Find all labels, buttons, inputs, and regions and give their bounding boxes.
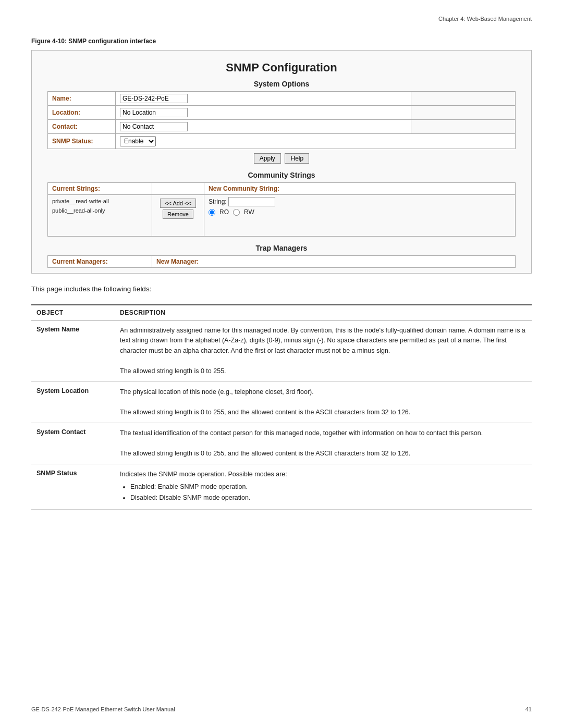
contact-empty	[411, 120, 516, 134]
desc-part-1: An administratively assigned name for th…	[120, 327, 525, 354]
location-label: Location:	[48, 106, 116, 120]
apply-row: Apply Help	[47, 153, 516, 164]
community-table: Current Strings: New Community String: p…	[47, 182, 516, 237]
location-input[interactable]	[120, 108, 188, 117]
object-system-location: System Location	[31, 381, 115, 423]
footer-left: GE-DS-242-PoE Managed Ethernet Switch Us…	[31, 706, 175, 712]
contact-input[interactable]	[120, 122, 188, 131]
system-options-title: System Options	[47, 80, 516, 88]
object-system-contact: System Contact	[31, 423, 115, 464]
desc-part-1: The textual identification of the contac…	[120, 429, 483, 437]
table-row: System Contact The textual identificatio…	[31, 423, 532, 464]
trap-title: Trap Managers	[47, 244, 516, 252]
desc-part-2: The allowed string length is 0 to 255, a…	[120, 409, 410, 416]
page-footer: GE-DS-242-PoE Managed Ethernet Switch Us…	[31, 706, 532, 712]
figure-caption: Figure 4-10: SNMP configuration interfac…	[31, 38, 532, 45]
new-string-header: New Community String:	[204, 183, 516, 195]
name-label: Name:	[48, 92, 116, 106]
desc-system-location: The physical location of this node (e.g.…	[115, 381, 532, 423]
col-description: DESCRIPTION	[115, 305, 532, 320]
contact-value	[116, 120, 411, 134]
new-string-cell: String: RO RW	[204, 195, 516, 237]
description-table: OBJECT DESCRIPTION System Name An admini…	[31, 304, 532, 510]
add-remove-cell: << Add << Remove	[152, 195, 204, 237]
trap-table: Current Managers: New Manager:	[47, 255, 516, 268]
desc-part-2: The allowed string length is 0 to 255.	[120, 367, 226, 375]
current-strings-header: Current Strings:	[48, 183, 152, 195]
snmp-status-value: Enable Disable	[116, 134, 516, 149]
figure-box: SNMP Configuration System Options Name: …	[31, 50, 532, 274]
community-title: Community Strings	[47, 171, 516, 179]
apply-button[interactable]: Apply	[254, 153, 281, 164]
desc-part-1: Indicates the SNMP mode operation. Possi…	[120, 471, 287, 478]
new-manager-header: New Manager:	[152, 256, 516, 268]
config-table: Name: Location: Contact: SNMP Status:	[47, 91, 516, 149]
table-row: SNMP Status Indicates the SNMP mode oper…	[31, 464, 532, 510]
radio-row: RO RW	[209, 208, 511, 216]
desc-system-name: An administratively assigned name for th…	[115, 320, 532, 382]
list-item: public__read-all-only	[52, 206, 148, 216]
desc-snmp-status: Indicates the SNMP mode operation. Possi…	[115, 464, 532, 510]
footer-right: 41	[525, 706, 532, 712]
remove-button[interactable]: Remove	[163, 209, 193, 219]
string-input[interactable]	[228, 197, 275, 206]
name-value	[116, 92, 411, 106]
rw-label: RW	[244, 208, 254, 216]
col-object: OBJECT	[31, 305, 115, 320]
ro-radio[interactable]	[209, 209, 215, 216]
desc-part-1: The physical location of this node (e.g.…	[120, 388, 314, 396]
current-strings-cell: private__read-write-all public__read-all…	[48, 195, 152, 237]
add-button[interactable]: << Add <<	[160, 199, 196, 208]
list-item: private__read-write-all	[52, 197, 148, 206]
ro-label: RO	[219, 208, 229, 216]
intro-text: This page includes the following fields:	[31, 285, 532, 293]
object-system-name: System Name	[31, 320, 115, 382]
object-snmp-status: SNMP Status	[31, 464, 115, 510]
help-button[interactable]: Help	[285, 153, 309, 164]
table-row: Name:	[48, 92, 516, 106]
snmp-title: SNMP Configuration	[47, 61, 516, 75]
name-empty	[411, 92, 516, 106]
community-section: Community Strings Current Strings: New C…	[47, 171, 516, 237]
contact-label: Contact:	[48, 120, 116, 134]
community-strings-list: private__read-write-all public__read-all…	[52, 197, 148, 215]
table-row: Contact:	[48, 120, 516, 134]
table-row: System Name An administratively assigned…	[31, 320, 532, 382]
snmp-status-select[interactable]: Enable Disable	[120, 136, 156, 146]
location-value	[116, 106, 411, 120]
list-item: Disabled: Disable SNMP mode operation.	[130, 493, 527, 503]
desc-system-contact: The textual identification of the contac…	[115, 423, 532, 464]
string-label: String:	[209, 198, 227, 205]
desc-part-2: The allowed string length is 0 to 255, a…	[120, 450, 410, 457]
trap-section: Trap Managers Current Managers: New Mana…	[47, 244, 516, 268]
page-header: Chapter 4: Web-Based Management	[31, 16, 532, 22]
bullet-list: Enabled: Enable SNMP mode operation. Dis…	[120, 482, 527, 503]
table-row: System Location The physical location of…	[31, 381, 532, 423]
location-empty	[411, 106, 516, 120]
table-row: Location:	[48, 106, 516, 120]
add-remove-header	[152, 183, 204, 195]
name-input[interactable]	[120, 94, 188, 103]
list-item: Enabled: Enable SNMP mode operation.	[130, 482, 527, 492]
rw-radio[interactable]	[233, 209, 240, 216]
current-managers-header: Current Managers:	[48, 256, 152, 268]
snmp-status-label: SNMP Status:	[48, 134, 116, 149]
table-row: SNMP Status: Enable Disable	[48, 134, 516, 149]
